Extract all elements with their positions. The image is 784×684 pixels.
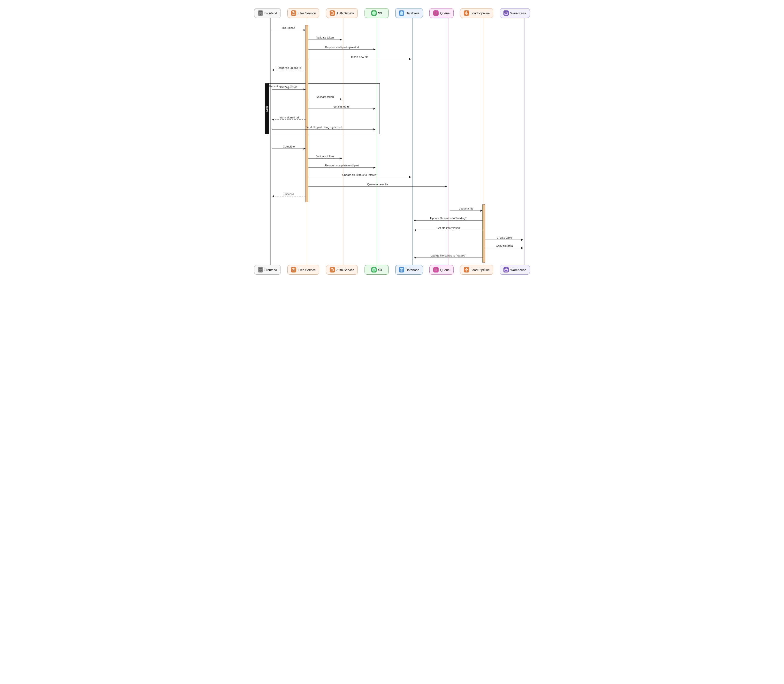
svg-point-83 bbox=[372, 268, 375, 269]
actor-s3: S3 bbox=[364, 8, 389, 18]
lifeline-frontend bbox=[270, 18, 271, 265]
svg-text:deque a file: deque a file bbox=[459, 207, 473, 210]
lifeline-warehouse bbox=[525, 18, 525, 265]
warehouse-label: Warehouse bbox=[510, 268, 526, 272]
actor-queue: Queue bbox=[430, 8, 454, 18]
svg-point-6 bbox=[400, 11, 403, 13]
loop-label: Loop bbox=[265, 84, 269, 134]
svg-text:Validate token: Validate token bbox=[316, 155, 333, 158]
svg-marker-13 bbox=[304, 29, 306, 31]
actor-database: Database bbox=[395, 265, 423, 275]
files-service-label: Files Service bbox=[298, 11, 316, 15]
actor-frontend: Frontend bbox=[254, 265, 281, 275]
actor-load-pipeline: Load Pipeline bbox=[460, 8, 493, 18]
s3-label: S3 bbox=[378, 11, 382, 15]
auth-service-label: Auth Service bbox=[336, 11, 354, 15]
svg-marker-64 bbox=[414, 219, 416, 221]
svg-marker-52 bbox=[409, 176, 411, 178]
activation-files-service bbox=[306, 25, 308, 202]
warehouse-icon bbox=[504, 10, 509, 16]
svg-marker-19 bbox=[373, 48, 375, 50]
svg-text:Queue a new file: Queue a new file bbox=[367, 183, 388, 186]
auth-service-label: Auth Service bbox=[336, 268, 354, 272]
svg-rect-4 bbox=[331, 11, 333, 14]
frontend-icon bbox=[258, 10, 263, 16]
svg-rect-78 bbox=[259, 268, 262, 271]
load-pipeline-icon bbox=[464, 10, 469, 16]
queue-label: Queue bbox=[440, 11, 449, 15]
actor-warehouse: Warehouse bbox=[500, 265, 530, 275]
auth-service-icon bbox=[330, 267, 335, 273]
svg-marker-25 bbox=[272, 69, 274, 71]
sequence-area: LoopRepeat for every file partInit uploa… bbox=[254, 18, 530, 265]
svg-marker-67 bbox=[414, 229, 416, 231]
actor-files-service: Files Service bbox=[287, 8, 319, 18]
svg-text:Insert new file: Insert new file bbox=[351, 55, 369, 58]
actor-frontend: Frontend bbox=[254, 8, 281, 18]
queue-icon bbox=[433, 10, 439, 16]
files-service-icon bbox=[291, 267, 296, 273]
frontend-label: Frontend bbox=[264, 11, 277, 15]
svg-marker-22 bbox=[409, 58, 411, 60]
activation-load-pipeline bbox=[482, 205, 485, 263]
queue-icon bbox=[433, 267, 439, 273]
svg-marker-73 bbox=[522, 247, 523, 249]
svg-rect-89 bbox=[505, 269, 507, 271]
svg-text:Request multipart upload id: Request multipart upload id bbox=[325, 46, 359, 49]
svg-rect-82 bbox=[331, 268, 333, 271]
svg-marker-43 bbox=[304, 148, 306, 150]
svg-text:Request complete multipart: Request complete multipart bbox=[325, 164, 359, 167]
svg-text:Validate token: Validate token bbox=[316, 36, 333, 39]
warehouse-label: Warehouse bbox=[510, 11, 526, 15]
files-service-icon bbox=[291, 10, 296, 16]
svg-text:Create table: Create table bbox=[497, 236, 512, 239]
frontend-label: Frontend bbox=[264, 268, 277, 272]
actor-queue: Queue bbox=[430, 265, 454, 275]
warehouse-icon bbox=[504, 267, 509, 273]
svg-marker-16 bbox=[340, 39, 342, 41]
actor-s3: S3 bbox=[364, 265, 389, 275]
lifeline-auth-service bbox=[343, 18, 343, 265]
svg-rect-11 bbox=[505, 13, 507, 15]
lifeline-queue bbox=[448, 18, 449, 265]
actor-load-pipeline: Load Pipeline bbox=[460, 265, 493, 275]
load-pipeline-icon bbox=[464, 267, 469, 273]
svg-marker-58 bbox=[272, 195, 274, 197]
s3-label: S3 bbox=[378, 268, 382, 272]
database-label: Database bbox=[406, 11, 419, 15]
svg-rect-0 bbox=[259, 11, 262, 14]
svg-marker-46 bbox=[340, 157, 342, 160]
svg-marker-61 bbox=[480, 210, 482, 212]
files-service-label: Files Service bbox=[298, 268, 316, 272]
svg-point-5 bbox=[372, 11, 375, 13]
load-pipeline-label: Load Pipeline bbox=[470, 268, 490, 272]
database-icon bbox=[399, 10, 404, 16]
svg-marker-76 bbox=[414, 257, 416, 259]
svg-marker-49 bbox=[373, 167, 375, 169]
lifeline-database bbox=[412, 18, 413, 265]
svg-text:Update file status to "stored": Update file status to "stored" bbox=[342, 173, 377, 176]
lifeline-s3 bbox=[377, 18, 377, 265]
auth-service-icon bbox=[330, 10, 335, 16]
database-icon bbox=[399, 267, 404, 273]
s3-icon bbox=[371, 267, 377, 273]
load-pipeline-label: Load Pipeline bbox=[470, 11, 490, 15]
svg-text:Success: Success bbox=[283, 192, 294, 195]
diagram-container: FrontendFiles ServiceAuth ServiceS3Datab… bbox=[249, 0, 535, 282]
loop-note: Repeat for every file part bbox=[269, 85, 298, 88]
svg-text:Response upload id: Response upload id bbox=[277, 66, 301, 69]
loop-box: LoopRepeat for every file part bbox=[265, 83, 380, 134]
svg-text:Complete: Complete bbox=[283, 145, 295, 148]
svg-marker-55 bbox=[445, 186, 447, 187]
sequence-arrows: Init uploadValidate tokenRequest multipa… bbox=[254, 18, 530, 265]
svg-point-84 bbox=[400, 268, 403, 269]
bottom-actors-row: FrontendFiles ServiceAuth ServiceS3Datab… bbox=[254, 265, 530, 275]
svg-marker-70 bbox=[522, 239, 523, 241]
svg-marker-10 bbox=[465, 11, 468, 15]
frontend-icon bbox=[258, 267, 263, 273]
actor-database: Database bbox=[395, 8, 423, 18]
database-label: Database bbox=[406, 268, 419, 272]
s3-icon bbox=[371, 10, 377, 16]
actor-auth-service: Auth Service bbox=[326, 8, 358, 18]
svg-marker-88 bbox=[465, 268, 468, 271]
